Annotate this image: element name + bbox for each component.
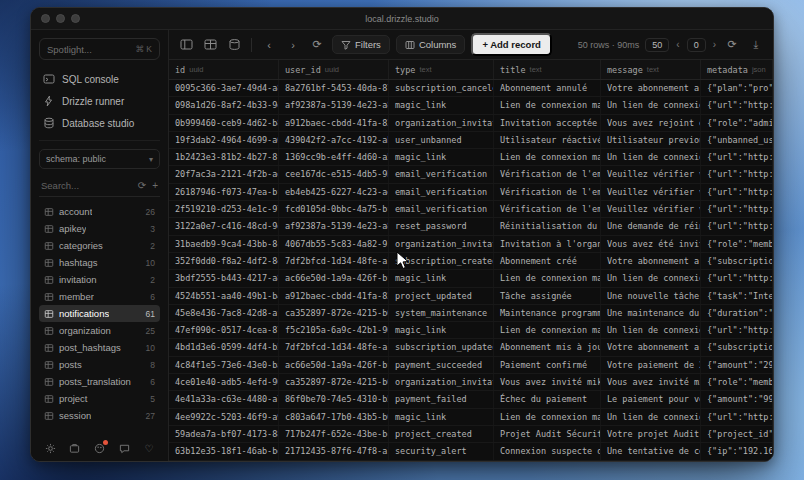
table-cell[interactable]: {"ip":"192.168 xyxy=(701,443,773,459)
table-cell[interactable]: email_verification xyxy=(389,166,494,182)
sidebar-table-posts_translation[interactable]: posts_translation6 xyxy=(39,373,160,390)
table-row[interactable]: 0b999460-ceb9-4d62-b8aca912baec-cbdd-41f… xyxy=(169,115,773,132)
table-cell[interactable]: {"url":"http:/ xyxy=(701,184,773,200)
table-cell[interactable]: fcd0105d-0bbc-4a75-bfa2 xyxy=(279,201,389,217)
spotlight-search[interactable]: Spotlight... ⌘ K xyxy=(39,38,160,60)
page-number[interactable]: 0 xyxy=(687,38,706,52)
table-cell[interactable]: {"role":"membe xyxy=(701,374,773,390)
table-cell[interactable]: magic_link xyxy=(389,270,494,286)
table-cell[interactable]: a912baec-cbdd-41fa-821c xyxy=(279,115,389,131)
table-row[interactable]: 4bd1d3e6-0599-4df4-b5547df2bfcd-1d34-48f… xyxy=(169,339,773,356)
table-cell[interactable]: Tâche assignée xyxy=(494,288,601,304)
table-cell[interactable]: {"url":"http:/ xyxy=(701,97,773,113)
table-row[interactable]: 098a1d26-8af2-4b33-9e6caf92387a-5139-4e2… xyxy=(169,97,773,114)
table-row[interactable]: 26187946-f073-47ea-bfc1eb4eb425-6227-4c2… xyxy=(169,184,773,201)
refresh-tables-icon[interactable]: ⟳ xyxy=(138,181,146,191)
table-cell[interactable]: Lien de connexion magiq xyxy=(494,409,601,425)
column-header-user_id[interactable]: user_iduuid xyxy=(279,60,389,79)
table-cell[interactable]: 4067db55-5c83-4a82-91d2 xyxy=(279,236,389,252)
table-cell[interactable]: Vérification de l'email xyxy=(494,184,601,200)
table-cell[interactable]: Veuillez vérifier votre xyxy=(601,184,701,200)
table-cell[interactable]: af92387a-5139-4e23-a861 xyxy=(279,218,389,234)
chat-icon[interactable] xyxy=(117,441,131,455)
table-cell[interactable]: Connexion suspecte dét xyxy=(494,443,601,459)
table-cell[interactable]: Abonnement créé xyxy=(494,253,601,269)
column-header-message[interactable]: messagetext xyxy=(601,60,701,79)
table-cell[interactable]: {"task":"Integ xyxy=(701,288,773,304)
table-cell[interactable]: Votre abonnement a été xyxy=(601,339,701,355)
table-cell[interactable]: Un lien de connexion m xyxy=(601,409,701,425)
table-cell[interactable]: f5c2105a-6a9c-42b1-90e7 xyxy=(279,322,389,338)
sidebar-item-database-studio[interactable]: Database studio xyxy=(39,112,160,134)
table-row[interactable]: 63b12e35-18f1-46ab-bd5c21712435-87f6-47f… xyxy=(169,443,773,460)
table-cell[interactable]: {"subscription xyxy=(701,253,773,269)
table-cell[interactable]: Vérification de l'email xyxy=(494,166,601,182)
table-row[interactable]: 0095c366-3ae7-49d4-a84f8a2761bf-5453-40d… xyxy=(169,80,773,97)
table-cell[interactable]: email_verification xyxy=(389,184,494,200)
table-cell[interactable]: Réinitialisation du mo xyxy=(494,218,601,234)
sidebar-table-organization[interactable]: organization25 xyxy=(39,322,160,339)
sidebar-table-session[interactable]: session27 xyxy=(39,407,160,424)
table-row[interactable]: 3122a0e7-c416-48cd-9e81af92387a-5139-4e2… xyxy=(169,218,773,235)
table-cell[interactable]: 098a1d26-8af2-4b33-9e6c xyxy=(169,97,279,113)
table-cell[interactable]: {"url":"http:/ xyxy=(701,201,773,217)
table-cell[interactable]: Vous avez rejoint orga xyxy=(601,115,701,131)
data-stack-icon[interactable] xyxy=(225,36,243,54)
table-cell[interactable]: payment_succeeded xyxy=(389,357,494,373)
forward-arrow-icon[interactable]: › xyxy=(284,36,302,54)
table-cell[interactable]: 47ef090c-0517-4cea-873b xyxy=(169,322,279,338)
add-table-icon[interactable]: + xyxy=(152,181,158,191)
table-cell[interactable]: Abonnement annulé xyxy=(494,80,601,96)
next-page-icon[interactable]: › xyxy=(712,39,717,50)
table-row[interactable]: 19f3dab2-4964-4699-a6e2439042f2-a7cc-419… xyxy=(169,132,773,149)
sidebar-table-notifications[interactable]: notifications61 xyxy=(39,305,160,322)
table-cell[interactable]: Veuillez vérifier votre xyxy=(601,201,701,217)
table-cell[interactable]: project_updated xyxy=(389,288,494,304)
prev-page-icon[interactable]: ‹ xyxy=(675,39,680,50)
table-cell[interactable]: Invitation à l'organis xyxy=(494,236,601,252)
add-record-button[interactable]: + Add record xyxy=(471,33,552,56)
table-cell[interactable]: Invitation acceptée xyxy=(494,115,601,131)
table-cell[interactable]: Lien de connexion magiq xyxy=(494,149,601,165)
table-search-input[interactable]: Search... xyxy=(41,180,132,191)
table-cell[interactable]: af92387a-5139-4e23-a861 xyxy=(279,97,389,113)
table-cell[interactable]: Vous avez invité mikec xyxy=(601,374,701,390)
column-header-type[interactable]: typetext xyxy=(389,60,494,79)
table-cell[interactable]: eb4eb425-6227-4c23-ae3d xyxy=(279,184,389,200)
sidebar-table-project[interactable]: project5 xyxy=(39,390,160,407)
table-cell[interactable]: {"duration":"2 xyxy=(701,305,773,321)
table-cell[interactable]: 4ee9922c-5203-46f9-a9c8 xyxy=(169,409,279,425)
table-row[interactable]: 45e8e436-7ac8-42d8-afe5ca352897-872e-421… xyxy=(169,305,773,322)
table-row[interactable]: 4ee9922c-5203-46f9-a9c8c803a647-17b0-43b… xyxy=(169,409,773,426)
table-cell[interactable]: 3bdf2555-b443-4217-a8e4 xyxy=(169,270,279,286)
table-cell[interactable]: 2f519210-d253-4e1c-97d4 xyxy=(169,201,279,217)
columns-button[interactable]: Columns xyxy=(396,35,466,54)
settings-gear-icon[interactable] xyxy=(43,441,57,455)
table-cell[interactable]: 4bd1d3e6-0599-4df4-b554 xyxy=(169,339,279,355)
table-cell[interactable]: organization_invitation xyxy=(389,115,494,131)
table-row[interactable]: 31baedb9-9ca4-43bb-8c834067db55-5c83-4a8… xyxy=(169,236,773,253)
table-cell[interactable]: 7df2bfcd-1d34-48fe-a113 xyxy=(279,339,389,355)
table-cell[interactable]: Votre abonnement a été xyxy=(601,80,701,96)
table-cell[interactable]: 86f0be70-74e5-4310-b551 xyxy=(279,391,389,407)
table-cell[interactable]: 1369cc9b-e4ff-4d60-a57b xyxy=(279,149,389,165)
table-cell[interactable]: subscription_canceled xyxy=(389,80,494,96)
sidebar-item-drizzle-runner[interactable]: Drizzle runner xyxy=(39,90,160,112)
sidebar-item-sql-console[interactable]: SQL console xyxy=(39,68,160,90)
table-cell[interactable]: {"url":"http:/ xyxy=(701,270,773,286)
sidebar-table-account[interactable]: account26 xyxy=(39,203,160,220)
table-cell[interactable]: 717b247f-652e-43be-bcd6 xyxy=(279,426,389,442)
table-cell[interactable]: Votre projet Audit Séc xyxy=(601,426,701,442)
sidebar-table-post_hashtags[interactable]: post_hashtags10 xyxy=(39,339,160,356)
table-cell[interactable]: Lien de connexion magiq xyxy=(494,97,601,113)
table-cell[interactable]: Un lien de connexion m xyxy=(601,322,701,338)
history-refresh-icon[interactable]: ⟳ xyxy=(308,36,326,54)
table-row[interactable]: 4ce01e40-adb5-4efd-9023ca352897-872e-421… xyxy=(169,374,773,391)
table-cell[interactable]: Échec du paiement xyxy=(494,391,601,407)
table-cell[interactable]: Votre abonnement a été xyxy=(601,253,701,269)
table-cell[interactable]: c803a647-17b0-43b5-b034 xyxy=(279,409,389,425)
table-cell[interactable]: Maintenance programmée xyxy=(494,305,601,321)
table-cell[interactable]: a912baec-cbdd-41fa-821c xyxy=(279,288,389,304)
table-cell[interactable]: 4c84f1e5-73e6-43e0-ba2f xyxy=(169,357,279,373)
table-row[interactable]: 4c84f1e5-73e6-43e0-ba2fac66e50d-1a9a-426… xyxy=(169,357,773,374)
